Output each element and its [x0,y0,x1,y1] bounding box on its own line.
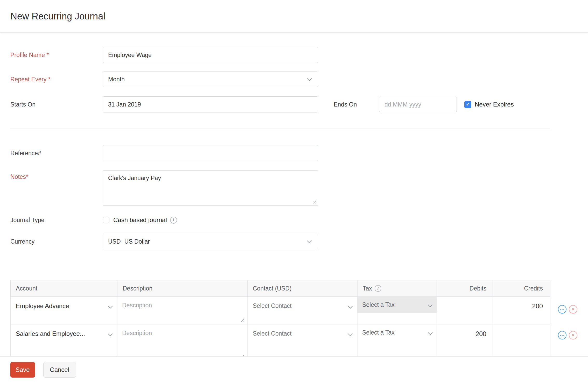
checkmark-icon: ✓ [466,102,470,107]
journal-lines-table: Account Description Contact (USD) Tax i … [10,280,588,356]
col-header-contact: Contact (USD) [248,280,358,296]
starts-on-row: Starts On Ends On ✓ Never Expires [10,96,588,112]
table-header-row: Account Description Contact (USD) Tax i … [10,280,550,297]
notes-row: Notes* Clark's January Pay [10,170,588,206]
remove-row-icon[interactable]: ✕ [569,331,577,339]
more-options-icon[interactable]: ... [558,305,566,314]
repeat-every-label: Repeat Every * [10,76,103,83]
currency-value: USD- US Dollar [108,238,150,245]
chevron-down-icon [108,331,113,336]
description-cell [117,297,248,324]
col-header-account: Account [11,280,117,296]
contact-select[interactable]: Select Contact [248,297,358,324]
profile-name-row: Profile Name * [10,47,588,63]
cancel-button[interactable]: Cancel [43,362,76,378]
debits-input[interactable]: 200 [437,324,493,356]
tax-value: Select a Tax [362,301,395,308]
section-divider [10,129,550,129]
journal-line-row: Salaries and Employee... Select Contact … [10,324,550,356]
chevron-down-icon [428,330,432,335]
account-value: Employee Advance [16,302,72,310]
description-textarea[interactable] [117,324,247,356]
credits-input[interactable]: 200 [493,297,549,324]
chevron-down-icon [307,238,312,243]
repeat-every-select[interactable]: Month [103,72,318,87]
tax-cell: Select a Tax [358,324,437,356]
journal-type-row: Journal Type Cash based journal i [10,216,588,224]
notes-label: Notes* [10,173,103,180]
description-textarea[interactable] [117,297,247,324]
never-expires-label: Never Expires [475,101,514,108]
cash-based-journal-label: Cash based journal [113,216,167,224]
col-header-description: Description [117,280,248,296]
journal-line-row: Employee Advance Select Contact Select a… [10,297,550,324]
journal-type-label: Journal Type [10,217,103,224]
tax-value: Select a Tax [362,329,395,336]
row-actions: ... ✕ [558,331,577,339]
tax-header-label: Tax [363,285,372,292]
tax-info-icon[interactable]: i [375,285,381,292]
currency-select[interactable]: USD- US Dollar [103,234,318,249]
chevron-down-icon [108,304,113,308]
ends-on-input[interactable] [379,97,457,112]
contact-value: Select Contact [253,302,292,309]
contact-value: Select Contact [253,330,292,337]
form-footer: Save Cancel [0,356,588,383]
notes-field-wrap: Clark's January Pay [103,170,318,206]
col-header-tax: Tax i [358,280,437,296]
tax-select[interactable]: Select a Tax [358,324,437,341]
starts-on-input[interactable] [103,96,318,112]
chevron-down-icon [428,302,432,307]
reference-input[interactable] [103,145,318,161]
debits-input[interactable] [437,297,493,324]
tax-cell: Select a Tax [358,297,437,324]
info-glyph: i [173,218,174,222]
row-actions: ... ✕ [558,305,577,314]
chevron-down-icon [307,76,312,81]
cash-based-journal-checkbox[interactable] [103,217,109,223]
starts-on-label: Starts On [10,101,103,108]
contact-select[interactable]: Select Contact [248,324,358,356]
credits-input[interactable] [493,324,549,356]
reference-label: Reference# [10,150,103,157]
recurring-journal-form: Profile Name * Repeat Every * Month Star… [0,47,588,249]
more-options-icon[interactable]: ... [558,331,566,339]
col-header-debits: Debits [437,280,493,296]
tax-select[interactable]: Select a Tax [358,297,437,313]
description-cell [117,324,248,356]
info-icon[interactable]: i [170,217,177,224]
account-value: Salaries and Employee... [16,330,88,337]
save-button[interactable]: Save [10,362,35,378]
currency-label: Currency [10,238,103,245]
page-title: New Recurring Journal [10,11,105,22]
ends-on-label: Ends On [334,101,361,108]
notes-textarea[interactable]: Clark's January Pay [103,170,318,206]
repeat-every-value: Month [108,76,125,83]
chevron-down-icon [348,331,353,336]
page-header: New Recurring Journal [0,0,588,33]
never-expires-checkbox[interactable]: ✓ [464,101,471,108]
col-header-credits: Credits [493,280,549,296]
profile-name-input[interactable] [103,47,318,63]
repeat-every-row: Repeat Every * Month [10,72,588,87]
remove-row-icon[interactable]: ✕ [569,305,577,314]
info-glyph: i [377,286,379,291]
account-select[interactable]: Salaries and Employee... [11,324,117,356]
chevron-down-icon [348,304,353,308]
reference-row: Reference# [10,145,588,161]
account-select[interactable]: Employee Advance [11,297,117,324]
profile-name-label: Profile Name * [10,52,103,59]
currency-row: Currency USD- US Dollar [10,234,588,249]
